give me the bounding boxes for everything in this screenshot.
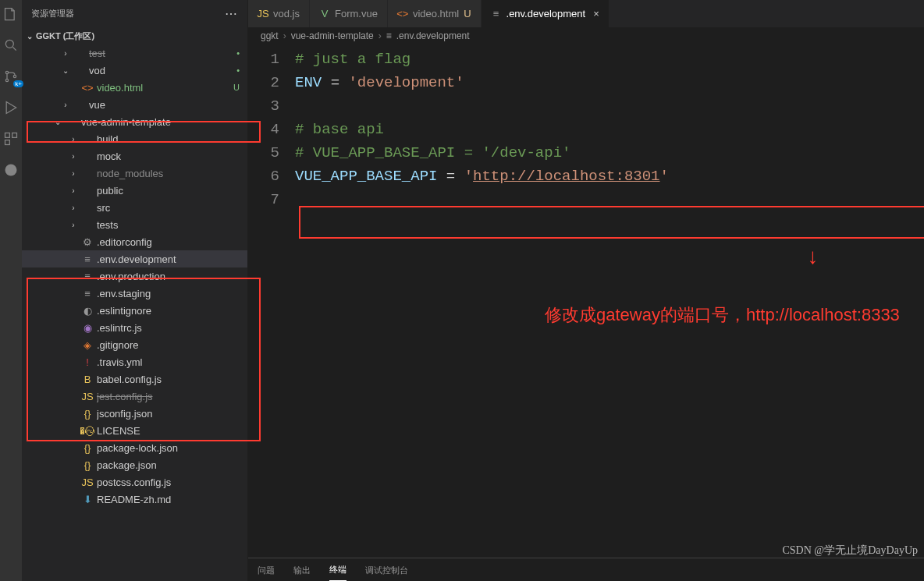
tree-item[interactable]: ›public xyxy=(22,182,247,199)
code-line[interactable] xyxy=(295,94,924,118)
tree-item[interactable]: ⌄vue-admin-template xyxy=(22,113,247,130)
svg-point-3 xyxy=(13,75,16,77)
tree-item[interactable]: <>video.htmlU xyxy=(22,79,247,96)
explorer-icon[interactable] xyxy=(3,6,19,22)
tree-item[interactable]: ◉.eslintrc.js xyxy=(22,319,247,336)
file-tree: ›test•⌄vod•<>video.htmlU›vue⌄vue-admin-t… xyxy=(22,44,247,581)
file-icon: B xyxy=(81,374,94,385)
breadcrumb-separator-icon: › xyxy=(378,30,382,41)
breadcrumb-item[interactable]: .env.development xyxy=(396,30,470,41)
tab-modified-indicator: U xyxy=(464,8,471,19)
line-number: 3 xyxy=(248,94,279,118)
tree-item-label: postcss.config.js xyxy=(97,476,236,488)
file-icon: {} xyxy=(81,442,94,454)
file-icon: ◉ xyxy=(81,322,94,334)
code-line[interactable]: # just a flag xyxy=(295,48,924,71)
tree-item[interactable]: ≡.env.production xyxy=(22,267,247,285)
tree-item[interactable]: ›vue xyxy=(22,96,247,113)
github-icon[interactable] xyxy=(3,162,19,178)
code-editor[interactable]: 1234567 # just a flagENV = 'development'… xyxy=(248,44,924,558)
tree-item[interactable]: ≡.env.development xyxy=(22,250,247,267)
tree-item[interactable]: ≡.env.staging xyxy=(22,285,247,302)
annotation-box xyxy=(299,206,924,239)
search-icon[interactable] xyxy=(3,37,19,53)
tree-item[interactable]: �࿊LICENSE xyxy=(22,422,247,439)
tree-item[interactable]: ›src xyxy=(22,199,247,216)
tree-item[interactable]: ◈.gitignore xyxy=(22,336,247,353)
file-icon: {} xyxy=(81,408,94,420)
tree-item[interactable]: {}package.json xyxy=(22,456,247,473)
code-line[interactable]: ENV = 'development' xyxy=(295,71,924,94)
tree-twisty-icon: › xyxy=(69,186,78,195)
tree-item[interactable]: Bbabel.config.js xyxy=(22,370,247,388)
more-icon[interactable]: ⋯ xyxy=(225,6,238,21)
tree-item[interactable]: ◐.eslintignore xyxy=(22,302,247,319)
tree-twisty-icon: › xyxy=(69,204,78,212)
file-icon: ◈ xyxy=(81,339,94,351)
activity-bar xyxy=(0,0,22,581)
close-icon[interactable]: × xyxy=(593,8,599,19)
line-number: 6 xyxy=(248,165,279,188)
tree-item-label: tests xyxy=(97,219,236,231)
chevron-down-icon: ⌄ xyxy=(27,32,33,41)
svg-point-0 xyxy=(5,40,13,48)
tree-item[interactable]: ›node_modules xyxy=(22,165,247,182)
tree-twisty-icon: › xyxy=(61,101,70,109)
tree-item-label: vue-admin-template xyxy=(81,116,236,128)
panel-tabs: 问题输出终端调试控制台 xyxy=(248,558,924,581)
tree-item-label: jsconfig.json xyxy=(97,408,236,420)
extensions-icon[interactable] xyxy=(3,131,19,147)
tree-item-label: vod xyxy=(89,65,233,76)
tree-item[interactable]: ⬇README-zh.md xyxy=(22,491,247,508)
svg-rect-5 xyxy=(12,133,17,138)
code-line[interactable]: # VUE_APP_BASE_API = '/dev-api' xyxy=(295,141,924,165)
breadcrumb[interactable]: ggkt›vue-admin-template›≡ .env.developme… xyxy=(248,27,924,44)
tree-item[interactable]: ⌄vod• xyxy=(22,62,247,79)
tree-item[interactable]: ›test• xyxy=(22,44,247,62)
file-icon: ⬇ xyxy=(81,494,94,505)
tab-label: video.html xyxy=(413,8,459,19)
editor-tab[interactable]: ≡.env.development× xyxy=(482,0,609,27)
panel-tab[interactable]: 输出 xyxy=(293,565,311,581)
tree-item[interactable]: ›build xyxy=(22,130,247,147)
panel-tab[interactable]: 调试控制台 xyxy=(365,565,408,581)
panel-tab[interactable]: 终端 xyxy=(329,564,346,581)
editor-tab[interactable]: VForm.vue xyxy=(310,0,388,27)
tree-item[interactable]: JSjest.config.js xyxy=(22,388,247,405)
code-content[interactable]: # just a flagENV = 'development'# base a… xyxy=(295,44,924,558)
file-icon: ≡ xyxy=(81,253,94,265)
breadcrumb-item[interactable]: ggkt xyxy=(261,30,279,41)
file-icon: {} xyxy=(81,459,94,471)
tree-item-label: babel.config.js xyxy=(97,374,236,385)
tree-item-label: README-zh.md xyxy=(97,494,236,505)
workspace-title[interactable]: ⌄ GGKT (工作区) xyxy=(22,27,247,44)
editor-tab[interactable]: <>video.htmlU xyxy=(388,0,482,27)
editor-tab[interactable]: JSvod.js xyxy=(248,0,310,27)
tree-item-label: package.json xyxy=(97,459,236,471)
tree-twisty-icon: › xyxy=(69,221,78,229)
tab-label: .env.development xyxy=(506,8,586,19)
svg-rect-4 xyxy=(5,133,10,138)
tree-item[interactable]: ⚙.editorconfig xyxy=(22,233,247,250)
tree-item-label: node_modules xyxy=(97,168,236,179)
workspace-label: GGKT (工作区) xyxy=(36,30,94,42)
source-control-icon[interactable] xyxy=(3,69,19,84)
code-line[interactable]: VUE_APP_BASE_API = 'http://localhost:830… xyxy=(295,165,924,188)
tab-file-icon: ≡ xyxy=(491,8,502,19)
tree-item[interactable]: JSpostcss.config.js xyxy=(22,473,247,491)
panel-tab[interactable]: 问题 xyxy=(258,565,275,581)
run-icon[interactable] xyxy=(3,100,19,115)
tree-item[interactable]: {}jsconfig.json xyxy=(22,405,247,422)
tree-item-status: • xyxy=(236,66,247,75)
tree-item[interactable]: ›tests xyxy=(22,216,247,233)
tree-item[interactable]: !.travis.yml xyxy=(22,353,247,370)
file-icon: JS xyxy=(81,476,94,488)
svg-rect-6 xyxy=(5,140,10,145)
tab-file-icon: V xyxy=(319,8,330,19)
svg-point-1 xyxy=(5,71,8,73)
breadcrumb-item[interactable]: vue-admin-template xyxy=(291,30,374,41)
code-line[interactable]: # base api xyxy=(295,118,924,141)
tree-item[interactable]: {}package-lock.json xyxy=(22,439,247,456)
tree-item[interactable]: ›mock xyxy=(22,147,247,165)
line-number: 1 xyxy=(248,48,279,71)
